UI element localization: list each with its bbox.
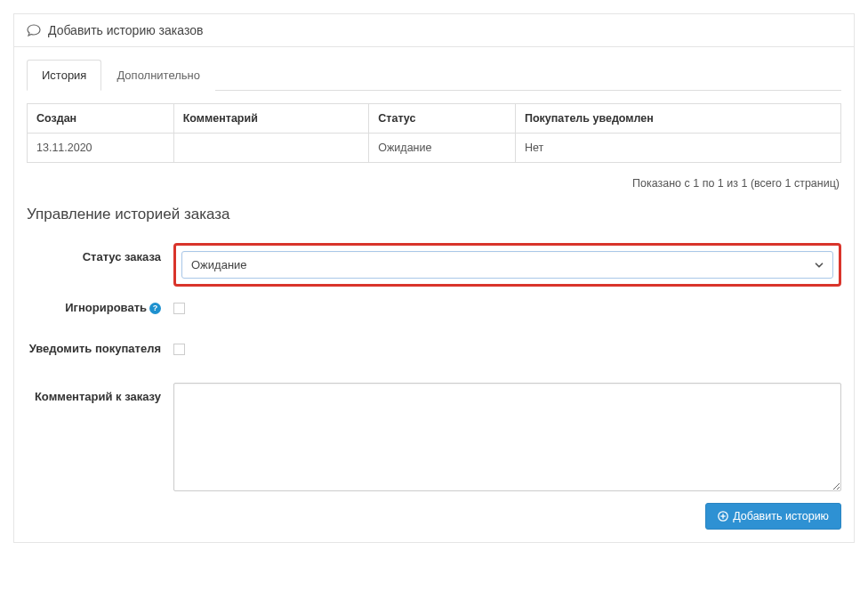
order-history-panel: Добавить историю заказов История Дополни… [13,13,855,543]
button-row: Добавить историю [27,503,841,530]
help-icon[interactable]: ? [149,303,161,314]
label-notify: Уведомить покупателя [27,342,173,357]
row-comment: Комментарий к заказу [27,383,841,494]
th-comment: Комментарий [173,104,369,134]
comment-icon [27,24,41,36]
tabs: История Дополнительно [27,60,841,91]
label-comment: Комментарий к заказу [27,383,173,405]
label-order-status: Статус заказа [27,243,173,265]
td-comment [173,134,369,163]
pagination-info: Показано с 1 по 1 из 1 (всего 1 страниц) [27,168,841,206]
th-status: Статус [369,104,516,134]
table-header-row: Создан Комментарий Статус Покупатель уве… [28,104,841,134]
add-history-label: Добавить историю [733,510,829,522]
row-notify: Уведомить покупателя [27,342,841,358]
table-row: 13.11.2020 Ожидание Нет [28,134,841,163]
order-status-select[interactable]: Ожидание [181,251,833,279]
th-notified: Покупатель уведомлен [515,104,840,134]
tab-additional[interactable]: Дополнительно [101,60,215,91]
status-highlight: Ожидание [173,243,841,287]
row-ignore: Игнорировать? [27,301,841,317]
th-created: Создан [28,104,174,134]
history-table: Создан Комментарий Статус Покупатель уве… [27,103,841,163]
panel-header: Добавить историю заказов [14,14,854,47]
notify-checkbox[interactable] [173,344,185,355]
td-notified: Нет [515,134,840,163]
plus-circle-icon [718,511,728,522]
panel-title: Добавить историю заказов [48,23,203,37]
tab-history[interactable]: История [27,60,101,91]
label-ignore: Игнорировать? [27,301,173,316]
section-title: Управление историей заказа [27,206,841,223]
row-order-status: Статус заказа Ожидание [27,243,841,287]
add-history-button[interactable]: Добавить историю [705,503,841,530]
ignore-checkbox[interactable] [173,303,185,314]
td-created: 13.11.2020 [28,134,174,163]
comment-textarea[interactable] [173,383,841,491]
panel-body: История Дополнительно Создан Комментарий… [14,47,854,542]
td-status: Ожидание [369,134,516,163]
